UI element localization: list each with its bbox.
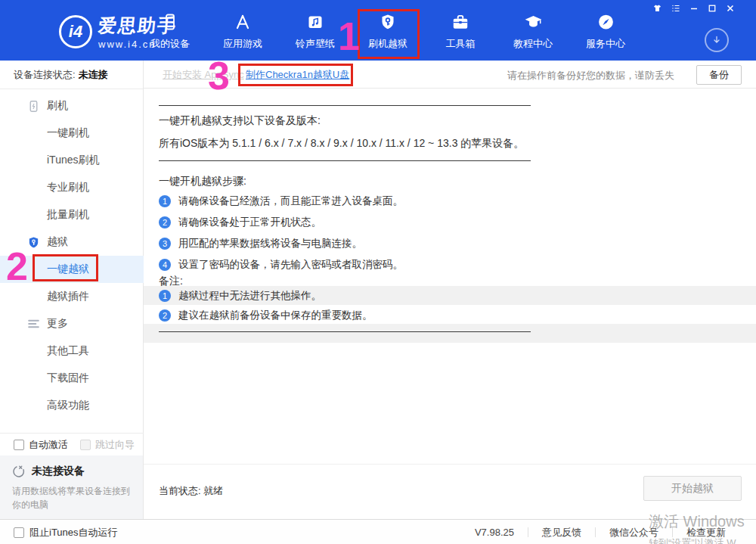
step-row: 1 请确保设备已经激活，而且能正常进入设备桌面。	[159, 194, 403, 208]
shield-key-blue-icon	[26, 235, 41, 250]
footer-links: V7.98.25 意见反馈 微信公众号 检查更新	[475, 520, 726, 544]
check-update-link[interactable]: 检查更新	[686, 526, 726, 539]
divider	[528, 527, 528, 537]
start-jailbreak-button[interactable]: 开始越狱	[643, 476, 742, 501]
sidebar-item-jailbreak-plugins[interactable]: 越狱插件	[0, 283, 144, 310]
device-connection-status: 设备连接状态: 未连接	[0, 61, 143, 89]
divider	[595, 527, 596, 537]
auto-activate-checkbox[interactable]: 自动激活	[14, 438, 68, 452]
step-number-badge: 3	[159, 238, 171, 250]
nav-tab-ringtones-wallpapers[interactable]: 铃声壁纸	[279, 11, 352, 56]
sidebar-item-itunes-flash[interactable]: iTunes刷机	[0, 147, 144, 174]
step-row: 3 用匹配的苹果数据线将设备与电脑连接。	[159, 237, 362, 250]
connection-status-label: 设备连接状态:	[14, 68, 76, 82]
sidebar-item-more[interactable]: 更多	[0, 310, 144, 337]
checkbox-icon	[14, 440, 24, 450]
menu-list-icon[interactable]	[669, 2, 682, 14]
download-manager-button[interactable]	[705, 28, 729, 52]
sidebar-item-label: 一键越狱	[47, 263, 89, 276]
note-text: 越狱过程中无法进行其他操作。	[178, 289, 321, 303]
header-bar: i4 爱思助手 www.i4.cn 我的设备 应用游戏	[0, 0, 756, 61]
tab-make-checkra1n-usb[interactable]: 制作Checkra1n越狱U盘	[246, 68, 349, 82]
logo-badge-icon: i4	[59, 15, 92, 48]
step-number-badge: 1	[159, 195, 171, 207]
sidebar-item-one-click-jailbreak[interactable]: 一键越狱	[0, 256, 144, 283]
step-number-badge: 4	[159, 259, 171, 271]
backup-warning-text: 请在操作前备份好您的数据，谨防丢失	[507, 69, 674, 82]
nav-tab-apps-games[interactable]: 应用游戏	[206, 11, 279, 56]
nav-label: 服务中心	[586, 37, 625, 51]
sidebar-options: 自动激活 跳过向导	[0, 433, 144, 455]
divider-line	[159, 331, 531, 332]
sidebar-item-label: 刷机	[47, 99, 68, 113]
nav-tab-tutorial-center[interactable]: 教程中心	[497, 11, 569, 56]
sidebar-item-label: 其他工具	[47, 344, 89, 358]
sidebar-item-label: 越狱插件	[47, 290, 89, 303]
block-itunes-label: 阻止iTunes自动运行	[29, 526, 118, 539]
skip-wizard-checkbox[interactable]: 跳过向导	[80, 438, 135, 452]
sidebar: 设备连接状态: 未连接 刷机 一键刷机 iTunes刷机 专业刷机 批量刷机	[0, 61, 144, 519]
sidebar-item-label: 高级功能	[47, 399, 89, 412]
sidebar-item-label: 越狱	[47, 235, 68, 249]
nav-tab-service-center[interactable]: 服务中心	[569, 11, 642, 56]
sidebar-item-flash[interactable]: 刷机	[0, 92, 144, 120]
nav-tab-toolbox[interactable]: 工具箱	[424, 11, 497, 56]
note-number-badge: 2	[159, 309, 171, 322]
sidebar-item-other-tools[interactable]: 其他工具	[0, 337, 144, 365]
footer-bar: 阻止iTunes自动运行 V7.98.25 意见反馈 微信公众号 检查更新	[0, 519, 756, 544]
step-text: 请确保设备处于正常开机状态。	[178, 216, 321, 229]
backup-button[interactable]: 备份	[696, 65, 742, 85]
nav-tab-my-devices[interactable]: 我的设备	[134, 11, 206, 56]
sidebar-item-label: 专业刷机	[47, 181, 89, 194]
note-text: 建议在越狱前备份设备中保存的重要数据。	[178, 309, 373, 322]
main-nav: 我的设备 应用游戏 铃声壁纸	[134, 11, 642, 56]
maximize-icon[interactable]	[705, 2, 718, 14]
nav-label: 刷机越狱	[368, 37, 407, 51]
step-number-badge: 2	[159, 216, 171, 228]
phone-flash-icon	[26, 98, 41, 113]
note-row: 2 建议在越狱前备份设备中保存的重要数据。	[159, 309, 373, 322]
sidebar-item-one-click-flash[interactable]: 一键刷机	[0, 120, 144, 147]
device-panel-title: 未连接设备	[32, 465, 85, 478]
download-arrow-icon	[711, 34, 723, 46]
support-detail: 所有iOS版本为 5.1.1 / 6.x / 7.x / 8.x / 9.x /…	[159, 137, 524, 151]
device-panel-description: 请用数据线将苹果设备连接到你的电脑	[12, 484, 132, 511]
toolbox-icon	[451, 11, 470, 33]
i4-tools-window: i4 爱思助手 www.i4.cn 我的设备 应用游戏	[0, 0, 756, 544]
divider	[672, 527, 673, 537]
graduation-cap-icon	[523, 11, 544, 33]
disconnected-plug-icon	[12, 465, 26, 478]
sidebar-item-batch-flash[interactable]: 批量刷机	[0, 201, 144, 228]
feedback-link[interactable]: 意见反馈	[542, 526, 581, 539]
note-row-background	[144, 324, 756, 343]
tab-install-appsync[interactable]: 开始安装 AppSync	[163, 68, 244, 82]
menu-lines-icon	[26, 316, 41, 331]
current-status-label: 当前状态:	[159, 485, 201, 496]
theme-skin-icon[interactable]	[651, 2, 664, 14]
note-row: 1 越狱过程中无法进行其他操作。	[159, 289, 321, 303]
sidebar-item-download-firmware[interactable]: 下载固件	[0, 365, 144, 392]
step-row: 2 请确保设备处于正常开机状态。	[159, 216, 321, 229]
step-row: 4 设置了密码的设备，请先输入密码或者取消密码。	[159, 258, 403, 272]
sidebar-item-label: 批量刷机	[47, 208, 89, 222]
nav-label: 教程中心	[513, 37, 553, 51]
steps-title: 一键开机越狱步骤:	[159, 175, 246, 188]
checkbox-icon	[80, 440, 91, 450]
minimize-icon[interactable]	[687, 2, 700, 14]
nav-tab-flash-jailbreak[interactable]: 刷机越狱	[352, 11, 424, 56]
sidebar-item-advanced-features[interactable]: 高级功能	[0, 392, 144, 419]
current-status-value: 就绪	[203, 485, 223, 496]
sidebar-item-label: 一键刷机	[47, 126, 89, 140]
sidebar-item-jailbreak[interactable]: 越狱	[0, 228, 144, 256]
step-text: 用匹配的苹果数据线将设备与电脑连接。	[178, 237, 362, 250]
status-divider	[144, 464, 756, 465]
sidebar-item-pro-flash[interactable]: 专业刷机	[0, 174, 144, 201]
phone-icon	[161, 11, 179, 33]
main-content: 开始安装 AppSync 制作Checkra1n越狱U盘 请在操作前备份好您的数…	[144, 61, 756, 519]
device-panel: 未连接设备 请用数据线将苹果设备连接到你的电脑	[0, 455, 143, 519]
window-controls	[651, 2, 736, 14]
wechat-account-link[interactable]: 微信公众号	[609, 526, 658, 539]
sidebar-item-label: iTunes刷机	[47, 154, 100, 167]
close-icon[interactable]	[723, 2, 736, 14]
block-itunes-checkbox[interactable]: 阻止iTunes自动运行	[14, 526, 118, 539]
